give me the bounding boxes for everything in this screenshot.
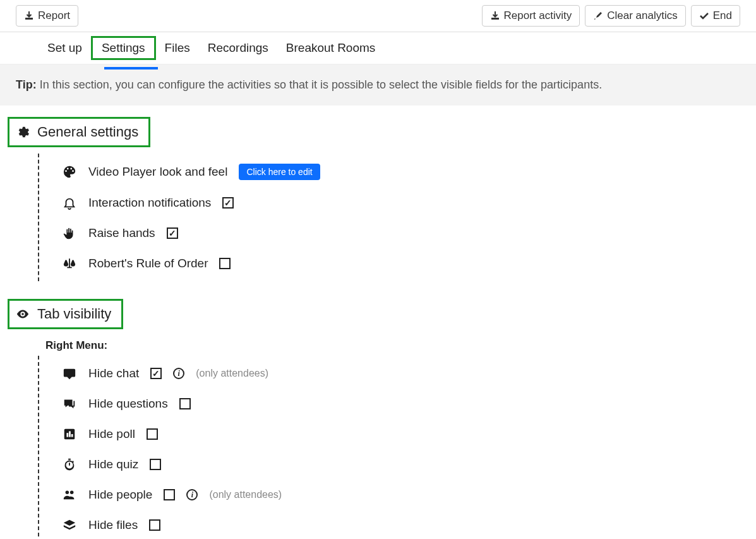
report-activity-button[interactable]: Report activity [482, 5, 580, 27]
row-hide-chat: Hide chat i (only attendees) [62, 358, 748, 389]
tab-recordings[interactable]: Recordings [208, 41, 268, 55]
stopwatch-icon [62, 457, 77, 472]
svg-rect-4 [69, 431, 71, 437]
tab-settings[interactable]: Settings [91, 36, 156, 60]
tip-bar: Tip: In this section, you can configure … [0, 64, 756, 106]
question-icon [62, 396, 77, 411]
poll-icon [62, 427, 77, 442]
tip-text: In this section, you can configure the a… [40, 78, 602, 91]
hide-questions-checkbox[interactable] [179, 398, 191, 409]
interaction-notifications-label: Interaction notifications [88, 196, 211, 210]
roberts-rule-label: Robert's Rule of Order [88, 257, 208, 270]
info-icon[interactable]: i [173, 368, 184, 379]
svg-rect-5 [71, 434, 73, 437]
video-player-label: Video Player look and feel [88, 165, 227, 179]
svg-point-6 [66, 491, 69, 495]
hide-quiz-checkbox[interactable] [150, 459, 161, 470]
gear-icon [16, 125, 30, 139]
hide-questions-label: Hide questions [88, 397, 168, 411]
svg-rect-1 [491, 18, 499, 20]
row-video-player: Video Player look and feel Click here to… [62, 156, 748, 188]
general-settings-title: General settings [37, 124, 138, 140]
hide-files-label: Hide files [88, 518, 138, 532]
right-menu-heading: Right Menu: [45, 339, 748, 352]
hide-files-checkbox[interactable] [149, 519, 160, 531]
section-tab-visibility: Tab visibility Right Menu: Hide chat i (… [0, 288, 756, 539]
edit-video-player-button[interactable]: Click here to edit [239, 164, 320, 180]
tabs: Set up Settings Files Recordings Breakou… [0, 32, 756, 64]
brush-icon [593, 11, 603, 21]
hide-people-checkbox[interactable] [164, 489, 175, 500]
svg-rect-3 [66, 433, 68, 437]
hide-chat-checkbox[interactable] [150, 368, 162, 379]
row-hide-people: Hide people i (only attendees) [62, 480, 748, 510]
hide-people-hint: (only attendees) [209, 489, 282, 500]
hide-poll-checkbox[interactable] [147, 428, 158, 440]
end-button[interactable]: End [691, 5, 740, 27]
section-general: General settings Video Player look and f… [0, 106, 756, 288]
report-label: Report [38, 9, 70, 22]
info-icon[interactable]: i [186, 489, 198, 500]
end-label: End [713, 9, 732, 22]
tab-setup[interactable]: Set up [47, 41, 82, 55]
download-icon [490, 11, 500, 21]
raise-hands-label: Raise hands [88, 226, 155, 240]
row-raise-hands: Raise hands [62, 218, 748, 248]
tab-visibility-list: Hide chat i (only attendees) Hide questi… [38, 356, 748, 539]
general-settings-list: Video Player look and feel Click here to… [38, 154, 748, 281]
row-roberts-rule: Robert's Rule of Order [62, 248, 748, 279]
row-hide-quiz: Hide quiz [62, 449, 748, 480]
palette-icon [62, 164, 77, 179]
chat-icon [62, 366, 77, 381]
tip-label: Tip: [16, 78, 37, 91]
hand-icon [62, 226, 77, 241]
check-icon [699, 11, 709, 21]
report-activity-label: Report activity [504, 9, 572, 22]
raise-hands-checkbox[interactable] [167, 227, 178, 239]
hide-chat-hint: (only attendees) [196, 368, 268, 379]
clear-analytics-button[interactable]: Clear analytics [585, 5, 686, 27]
tab-files[interactable]: Files [165, 41, 190, 55]
people-icon [62, 487, 77, 502]
tab-visibility-title: Tab visibility [37, 306, 111, 322]
row-hide-poll: Hide poll [62, 419, 748, 449]
download-icon [24, 11, 34, 21]
hide-chat-label: Hide chat [88, 366, 139, 380]
interaction-notifications-checkbox[interactable] [222, 197, 234, 209]
clear-analytics-label: Clear analytics [607, 9, 678, 22]
bell-icon [62, 195, 77, 210]
svg-point-7 [70, 491, 74, 495]
tab-breakout-rooms[interactable]: Breakout Rooms [286, 41, 376, 55]
report-button[interactable]: Report [16, 5, 78, 27]
roberts-rule-checkbox[interactable] [219, 258, 231, 269]
files-icon [62, 518, 77, 533]
row-hide-files: Hide files [62, 510, 748, 539]
general-settings-header: General settings [8, 117, 150, 147]
row-hide-questions: Hide questions [62, 389, 748, 419]
topbar: Report Report activity Clear analytics E… [0, 0, 756, 32]
svg-rect-0 [25, 18, 33, 20]
hide-people-label: Hide people [88, 488, 152, 502]
tab-visibility-header: Tab visibility [8, 299, 123, 329]
hide-poll-label: Hide poll [88, 427, 135, 441]
hide-quiz-label: Hide quiz [88, 457, 138, 471]
scale-icon [62, 256, 77, 271]
eye-icon [16, 307, 30, 321]
row-interaction-notifications: Interaction notifications [62, 188, 748, 218]
